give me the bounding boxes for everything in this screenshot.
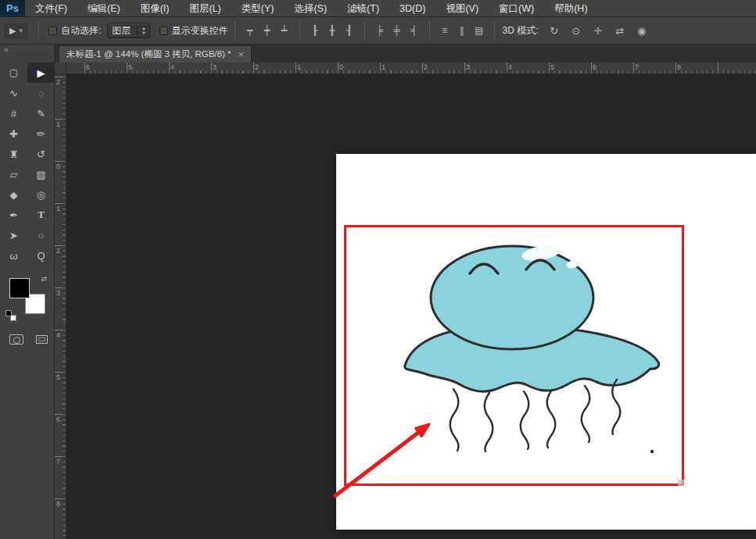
ellipse-tool[interactable]: ○: [27, 225, 55, 245]
3d-pan-icon[interactable]: ✛: [590, 23, 606, 38]
distribute-hcenter-icon[interactable]: ∥: [454, 23, 470, 38]
swap-colors-icon[interactable]: ⇄: [41, 275, 47, 283]
artifact-mark: [678, 480, 684, 486]
ruler-number: 6: [56, 416, 60, 423]
ruler-ticks: [55, 74, 66, 539]
zoom-icon: Q: [37, 250, 45, 262]
annotation-rectangle: [344, 225, 684, 486]
3d-zoom-icon[interactable]: ◉: [634, 23, 650, 38]
tool-preset-picker[interactable]: ▶ ▾: [5, 23, 27, 38]
menu-help[interactable]: 帮助(H): [544, 0, 597, 17]
menu-view[interactable]: 视图(V): [435, 0, 489, 17]
3d-rotate-icon[interactable]: ↻: [546, 23, 562, 38]
menu-type[interactable]: 类型(Y): [231, 0, 285, 17]
ruler-number: 7: [635, 63, 639, 71]
align-vcenter-icon[interactable]: ┿: [260, 23, 275, 38]
lasso-icon: ∿: [9, 87, 18, 99]
menu-filter[interactable]: 滤镜(T): [337, 0, 389, 17]
zoom-tool[interactable]: Q: [27, 245, 55, 266]
divider: [494, 21, 495, 40]
foreground-color-swatch[interactable]: [9, 278, 30, 298]
ruler-number: 3: [56, 289, 60, 297]
quick-selection-icon: ◌: [38, 87, 45, 99]
menu-3d[interactable]: 3D(D): [389, 0, 435, 17]
auto-select-target-dropdown[interactable]: 图层 ▴ ▾: [107, 23, 149, 38]
move-tool-icon: ▶: [9, 26, 16, 36]
align-right-icon[interactable]: ┨: [342, 23, 357, 38]
mode-3d-label: 3D 模式:: [503, 24, 539, 37]
clone-stamp-tool[interactable]: ♜: [0, 144, 27, 164]
menu-file[interactable]: 文件(F): [25, 0, 77, 17]
ruler-number: 0: [339, 63, 343, 71]
move-icon: ▶: [38, 67, 45, 79]
distribute-top-icon[interactable]: ╞: [372, 23, 388, 38]
blur-tool[interactable]: ◆: [0, 184, 27, 205]
close-icon[interactable]: ×: [238, 49, 244, 59]
ellipse-icon: ○: [38, 230, 45, 241]
menu-layer[interactable]: 图层(L): [179, 0, 231, 17]
gradient-tool[interactable]: ▧: [27, 164, 55, 184]
ruler-number: 4: [56, 331, 60, 339]
menu-bar: Ps 文件(F) 编辑(E) 图像(I) 图层(L) 类型(Y) 选择(S) 滤…: [0, 0, 756, 17]
lasso-tool[interactable]: ∿: [0, 83, 27, 103]
ruler-number: 2: [56, 247, 60, 255]
3d-roll-icon[interactable]: ⊙: [568, 23, 584, 38]
type-tool[interactable]: T: [27, 205, 55, 225]
default-colors-icon[interactable]: [5, 310, 16, 321]
quick-mask-button[interactable]: [9, 334, 23, 344]
chevron-down-icon: ▾: [19, 27, 23, 34]
hand-tool[interactable]: ω: [0, 245, 27, 266]
distribute-vcenter-icon[interactable]: ╪: [389, 23, 405, 38]
options-bar: ▶ ▾ 自动选择: 图层 ▴ ▾ 显示变换控件 ┯ ┿ ┷ ┠ ╂ ┨ ╞ ╪ …: [0, 17, 756, 45]
dodge-tool[interactable]: ◎: [27, 184, 55, 205]
crop-tool[interactable]: #: [0, 103, 27, 123]
ruler-number: 4: [508, 63, 512, 71]
distribute-bottom-icon[interactable]: ╡: [407, 23, 422, 38]
ruler-number: 1: [56, 120, 60, 128]
ruler-number: 8: [677, 63, 681, 71]
blur-icon: ◆: [10, 189, 18, 201]
canvas-background[interactable]: [66, 74, 756, 539]
eyedropper-tool[interactable]: ✎: [27, 103, 55, 123]
dropdown-stepper-icon: ▴ ▾: [137, 26, 145, 35]
horizontal-ruler[interactable]: 6 5 4 3 2 1 0 1 2 3 4 5 6 7 8: [66, 62, 756, 74]
align-top-icon[interactable]: ┯: [242, 23, 258, 38]
menu-edit[interactable]: 编辑(E): [77, 0, 131, 17]
quick-selection-tool[interactable]: ◌: [27, 83, 55, 103]
show-transform-checkbox[interactable]: [159, 27, 168, 35]
align-bottom-icon[interactable]: ┷: [277, 23, 292, 38]
path-selection-tool[interactable]: ➤: [0, 225, 27, 245]
menu-window[interactable]: 窗口(W): [489, 0, 544, 17]
history-brush-tool[interactable]: ↺: [27, 144, 55, 164]
auto-select-checkbox[interactable]: [48, 27, 57, 35]
rectangular-marquee-tool[interactable]: ▢: [0, 62, 27, 83]
move-tool[interactable]: ▶: [27, 62, 55, 83]
ruler-number: 1: [382, 63, 385, 71]
align-left-icon[interactable]: ┠: [307, 23, 323, 38]
color-swatches: ⇄: [9, 278, 45, 314]
brush-tool[interactable]: ✏: [27, 123, 55, 144]
3d-slide-icon[interactable]: ⇄: [612, 23, 628, 38]
dodge-icon: ◎: [37, 189, 45, 201]
spot-healing-brush-tool[interactable]: ✚: [0, 123, 27, 144]
type-icon: T: [38, 209, 45, 221]
align-hcenter-icon[interactable]: ╂: [324, 23, 340, 38]
screen-mode-button[interactable]: [36, 335, 48, 344]
divider: [38, 21, 39, 40]
ruler-number: 5: [550, 63, 554, 71]
menu-select[interactable]: 选择(S): [284, 0, 337, 17]
ruler-number: 3: [466, 63, 470, 71]
distribute-left-icon[interactable]: ≡: [437, 23, 453, 38]
rectangular-marquee-icon: ▢: [9, 67, 18, 78]
vertical-ruler[interactable]: 2 1 0 1 2 3 4 5 6 7 8: [55, 74, 66, 539]
document-canvas[interactable]: [336, 154, 756, 530]
distribute-right-icon[interactable]: ▤: [471, 23, 487, 38]
menu-image[interactable]: 图像(I): [131, 0, 180, 17]
divider: [235, 21, 235, 40]
document-tab[interactable]: 未标题-1 @ 144% (椭圆 3 拷贝, RGB/8) * ×: [59, 45, 252, 62]
ruler-corner[interactable]: [55, 62, 66, 74]
eraser-tool[interactable]: ▱: [0, 164, 27, 184]
pen-tool[interactable]: ✒: [0, 205, 27, 225]
collapse-panel-button[interactable]: «: [0, 45, 54, 56]
ruler-number: 2: [56, 78, 60, 86]
